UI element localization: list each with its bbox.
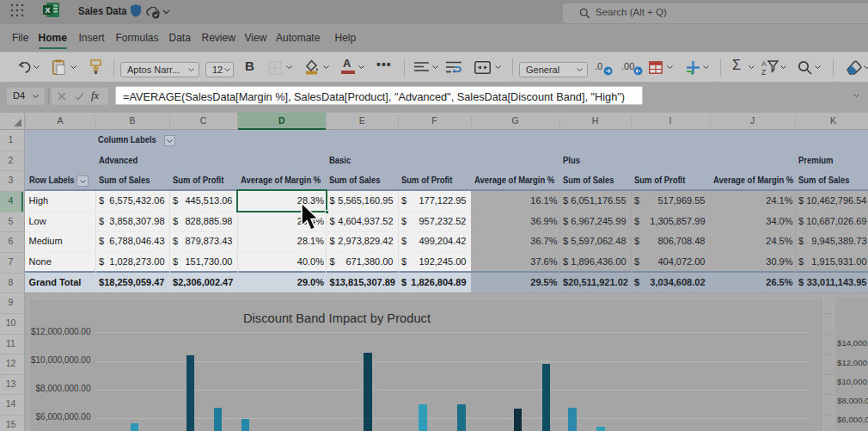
- svg-text:A: A: [761, 59, 767, 68]
- svg-text:.00: .00: [621, 61, 634, 71]
- svg-text:Z: Z: [761, 68, 766, 76]
- svg-text:.0: .0: [595, 61, 602, 71]
- svg-text:X: X: [45, 5, 51, 15]
